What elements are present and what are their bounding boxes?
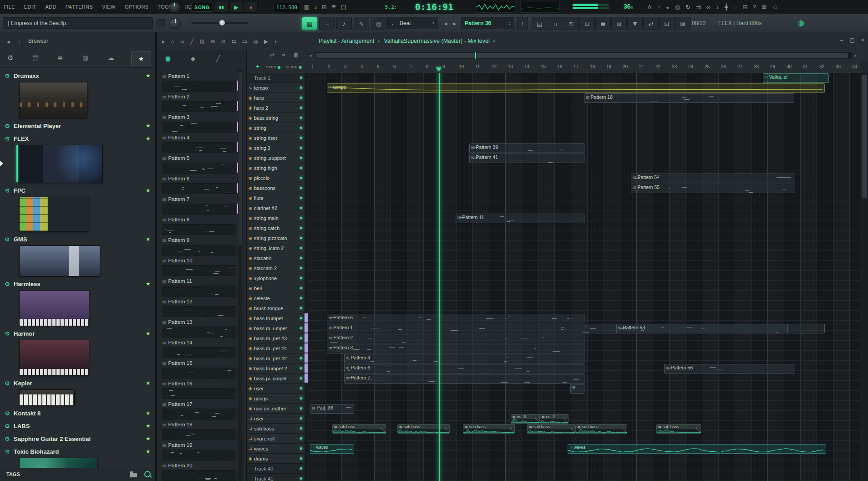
pattern-clip[interactable]: ▤Pattern 39 [469, 143, 584, 153]
pattern-clip[interactable]: ▤Pattern 5 [327, 314, 584, 323]
browser-item-kontakt-8[interactable]: ⚙Kontakt 8★ [0, 407, 155, 420]
menu-options[interactable]: OPTIONS [125, 4, 148, 10]
instrument-track-icon[interactable]: ◉ [247, 226, 254, 230]
smart-disable-icon[interactable]: ◌ [733, 4, 737, 10]
track-name[interactable]: tempo [254, 85, 300, 91]
typing-to-piano-icon[interactable]: ♪ [716, 4, 719, 10]
playlist-toggle-icon[interactable]: ▦ [304, 4, 310, 10]
delete-icon[interactable]: ⊗ [211, 38, 215, 45]
audio-clip[interactable]: ⇉sub bass [463, 424, 515, 434]
track-mute-led[interactable] [300, 197, 302, 199]
browser-item-harmless[interactable]: ⚙Harmless★ [0, 277, 155, 290]
playback-icon[interactable]: ▶ [264, 38, 268, 45]
track-row-waves[interactable]: ⇉waves [247, 444, 305, 454]
song-mode-toggle[interactable]: SONG [191, 3, 213, 12]
track-mute-led[interactable] [300, 97, 302, 99]
browser-item-kepler[interactable]: ⚙Kepler★ [0, 377, 155, 389]
speaker-icon[interactable]: ◖ [274, 38, 277, 45]
track-row-bass-pi-umpet[interactable]: ◉bass pi..umpet [247, 374, 305, 384]
audio-track-icon[interactable]: ⇉ [247, 416, 254, 421]
track-row-harp-2[interactable]: ◉harp 2 [247, 103, 305, 113]
instrument-track-icon[interactable]: ◉ [247, 216, 254, 220]
instrument-track-icon[interactable]: ◉ [247, 236, 254, 240]
track-name[interactable]: string high [254, 165, 300, 171]
browser-item-drumaxx[interactable]: ⚙Drumaxx★ [0, 69, 155, 82]
instrument-track-icon[interactable]: ◉ [247, 316, 254, 321]
pattern-clip[interactable]: ▤Pattern 53 [616, 324, 788, 333]
automation-clip-link[interactable]: ∿Valha..el [763, 73, 829, 83]
track-mute-led[interactable] [300, 457, 302, 460]
track-name[interactable]: string [254, 125, 300, 131]
pattern-spinner[interactable]: ▴▾ [509, 20, 510, 26]
pattern-list-item[interactable]: ▤Pattern 10 [162, 258, 193, 263]
favorite-star-icon[interactable]: ★ [146, 281, 151, 287]
pause-button[interactable]: ▮▮ [215, 2, 228, 13]
pattern-list-scrollbar[interactable] [238, 70, 243, 481]
pattern-clip[interactable]: ▤Pattern 41 [469, 154, 584, 163]
track-name[interactable]: bass m..pet #2 [254, 356, 300, 361]
audio-clip[interactable]: ⇉sub bass [332, 424, 386, 434]
attach-icon[interactable]: ∞ [181, 38, 185, 45]
add-track-button[interactable]: + [256, 63, 259, 70]
track-name[interactable]: clarinet #2 [254, 205, 300, 211]
track-mute-led[interactable] [300, 167, 302, 169]
mute-icon[interactable]: ⊘ [221, 38, 226, 45]
pattern-list-item[interactable]: ▤Pattern 15 [162, 360, 193, 366]
pattern-list-item[interactable]: ▤Pattern 9 [162, 237, 189, 243]
mixer-toggle-icon[interactable]: ≣ [331, 4, 336, 10]
plant-icon[interactable]: ⊡ [659, 17, 675, 30]
track-mute-led[interactable] [300, 177, 302, 179]
track-mute-led[interactable] [300, 377, 302, 379]
track-mute-led[interactable] [300, 87, 302, 89]
slider-thumb[interactable] [219, 20, 225, 26]
track-name[interactable]: bass m..pet #3 [254, 336, 300, 341]
track-name[interactable]: bell [254, 286, 300, 291]
track-mute-led[interactable] [300, 317, 302, 319]
favorite-star-icon[interactable]: ★ [146, 236, 151, 242]
favorite-star-icon[interactable]: ★ [146, 435, 151, 442]
track-name[interactable]: sub bass [254, 426, 300, 431]
track-row-tempo[interactable]: ∿tempo [247, 83, 305, 93]
track-row-track-1[interactable]: Track 1 [247, 73, 305, 83]
pattern-preview[interactable] [162, 224, 236, 235]
up-arrow-icon[interactable]: ↑ [14, 36, 25, 46]
track-name[interactable]: Track 41 [254, 476, 300, 481]
track-name[interactable]: rain an..eather [254, 406, 300, 411]
track-name[interactable]: bassoons [254, 185, 300, 191]
automation-track-icon[interactable]: ∿ [247, 86, 254, 90]
track-row-string-pizzicato[interactable]: ◉string pizzicato [247, 233, 305, 243]
link-tool-icon[interactable]: ∿ [354, 17, 369, 30]
pad-tool-icon[interactable]: ◎ [371, 17, 386, 30]
loop-recording-icon[interactable]: ↻ [685, 4, 690, 10]
online-tab[interactable]: ◍ [82, 54, 88, 62]
browser-toggle-icon[interactable]: ▤ [341, 4, 346, 10]
browser-item-toxic-biohazard[interactable]: ⚙Toxic Biohazard★ [0, 445, 155, 458]
plugin-thumbnail-fpc[interactable] [19, 197, 89, 232]
menu-file[interactable]: FILE [4, 4, 15, 10]
instrument-track-icon[interactable]: ◉ [247, 306, 254, 311]
channel-rack-toggle-icon[interactable]: ⊞ [322, 4, 327, 10]
pattern-preview[interactable] [162, 142, 236, 153]
track-row-stacatto[interactable]: ◉stacatto [247, 253, 305, 263]
step-editing-icon[interactable]: ⇉ [696, 4, 701, 10]
instrument-track-icon[interactable]: ◉ [247, 256, 254, 261]
track-row-bassoons[interactable]: ◉bassoons [247, 183, 305, 193]
track-mute-led[interactable] [300, 367, 302, 369]
track-mute-led[interactable] [300, 307, 302, 309]
instrument-track-icon[interactable]: ◉ [247, 206, 254, 210]
oscilloscope[interactable] [476, 2, 516, 13]
pattern-preview[interactable] [162, 306, 236, 317]
pattern-preview[interactable] [162, 368, 236, 379]
minimize-button[interactable]: – [840, 37, 843, 43]
cloud-tab[interactable]: ☁ [107, 54, 114, 62]
pattern-list-item[interactable]: ▤Pattern 11 [162, 278, 192, 284]
instrument-track-icon[interactable]: ◉ [247, 376, 254, 381]
track-name[interactable]: string main [254, 215, 300, 221]
add-pattern-button[interactable]: + [517, 17, 528, 30]
pattern-list-item[interactable]: ▤Pattern 13 [162, 319, 193, 325]
slide-toggle[interactable]: SLIDE ◉ [286, 65, 302, 69]
pattern-star-icon[interactable]: ◆ [191, 55, 195, 62]
pattern-list-item[interactable]: ▤Pattern 4 [162, 135, 189, 140]
track-name[interactable]: bass pi..umpet [254, 376, 300, 381]
browser-item-harmor[interactable]: ⚙Harmor★ [0, 327, 155, 340]
